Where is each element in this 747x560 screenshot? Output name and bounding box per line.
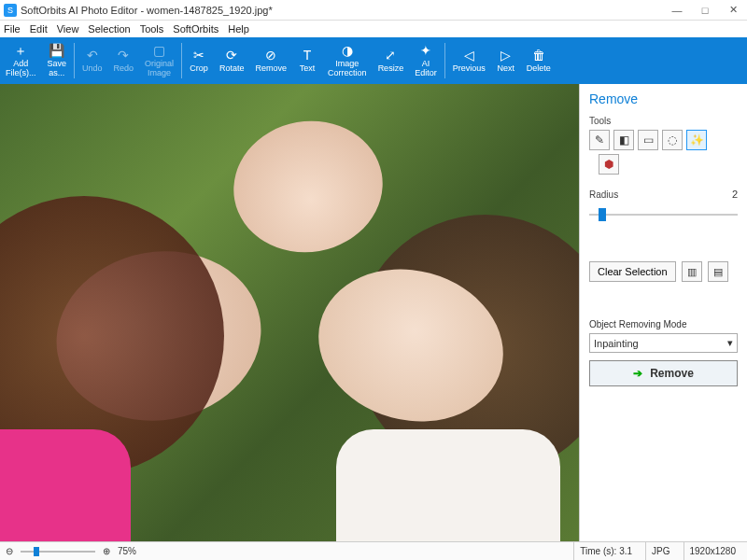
pencil-tool[interactable]: ✎ [589, 130, 610, 150]
remove-panel: Remove Tools ✎ ◧ ▭ ◌ ✨ ⬢ Radius 2 Clear … [579, 84, 747, 541]
text-button[interactable]: TText [292, 37, 322, 84]
crop-button[interactable]: ✂Crop [184, 37, 214, 84]
radius-value: 2 [732, 189, 738, 200]
photo-content [223, 109, 393, 264]
save-as-button[interactable]: 💾Save as... [42, 37, 73, 84]
menu-help[interactable]: Help [228, 23, 249, 35]
ai-editor-button[interactable]: ✦AI Editor [409, 37, 443, 84]
magic-wand-tool[interactable]: ✨ [686, 130, 707, 150]
next-icon: ▷ [500, 49, 511, 62]
eraser-tool[interactable]: ◧ [613, 130, 634, 150]
format-cell: JPG [645, 542, 675, 560]
lasso-icon: ◌ [668, 133, 677, 147]
maximize-button[interactable]: □ [691, 0, 719, 21]
app-icon: S [4, 4, 17, 17]
save-selection-button[interactable]: ▥ [682, 261, 702, 282]
menu-bar: File Edit View Selection Tools SoftOrbit… [0, 21, 747, 37]
remove-button-toolbar[interactable]: ⊘Remove [250, 37, 293, 84]
photo-content [0, 429, 131, 541]
clear-selection-button[interactable]: Clear Selection [589, 261, 676, 282]
image-correction-button[interactable]: ◑Image Correction [322, 37, 373, 84]
zoom-slider[interactable] [21, 545, 95, 558]
title-bar: S SoftOrbits AI Photo Editor - women-148… [0, 0, 747, 21]
status-bar: ⊖ ⊕ 75% Time (s): 3.1 JPG 1920x1280 [0, 541, 747, 560]
main-area: Remove Tools ✎ ◧ ▭ ◌ ✨ ⬢ Radius 2 Clear … [0, 84, 747, 541]
eraser-icon: ◧ [619, 133, 629, 147]
minimize-button[interactable]: — [663, 0, 691, 21]
undo-button[interactable]: ↶Undo [77, 37, 108, 84]
tools-row: ✎ ◧ ▭ ◌ ✨ ⬢ [589, 130, 738, 175]
stamp-tool[interactable]: ⬢ [599, 154, 619, 175]
menu-view[interactable]: View [57, 23, 79, 35]
zoom-in-button[interactable]: ⊕ [103, 546, 110, 556]
time-cell: Time (s): 3.1 [573, 542, 638, 560]
crop-icon: ✂ [193, 49, 204, 62]
radius-slider[interactable] [589, 205, 738, 224]
redo-button[interactable]: ↷Redo [108, 37, 140, 84]
zoom-value: 75% [118, 546, 136, 556]
photo-content [336, 429, 560, 541]
wand-icon: ✨ [690, 133, 704, 147]
zoom-out-button[interactable]: ⊖ [6, 546, 13, 556]
mode-value: Inpainting [594, 338, 639, 349]
stamp-icon: ⬢ [604, 158, 613, 171]
lasso-tool[interactable]: ◌ [662, 130, 683, 150]
delete-button[interactable]: 🗑Delete [521, 37, 557, 84]
menu-file[interactable]: File [4, 23, 21, 35]
load-sel-icon: ▤ [713, 266, 723, 278]
arrow-right-icon: ➔ [633, 367, 642, 380]
dimensions-cell: 1920x1280 [684, 542, 742, 560]
undo-icon: ↶ [87, 49, 98, 62]
chevron-down-icon: ▾ [727, 337, 733, 349]
prev-icon: ◁ [464, 49, 474, 62]
image-canvas[interactable] [0, 84, 579, 541]
original-image-button[interactable]: ▢Original Image [139, 37, 179, 84]
eraser-icon: ⊘ [265, 49, 276, 62]
save-sel-icon: ▥ [687, 266, 697, 278]
resize-button[interactable]: ⤢Resize [373, 37, 410, 84]
save-icon: 💾 [49, 44, 64, 57]
rotate-icon: ⟳ [226, 49, 237, 62]
rect-icon: ▭ [643, 133, 654, 147]
rectangle-tool[interactable]: ▭ [638, 130, 658, 150]
tools-label: Tools [589, 116, 738, 126]
close-button[interactable]: ✕ [719, 0, 747, 21]
load-selection-button[interactable]: ▤ [708, 261, 728, 282]
add-files-button[interactable]: ＋Add File(s)... [0, 37, 42, 84]
menu-softorbits[interactable]: SoftOrbits [173, 23, 218, 35]
remove-action-button[interactable]: ➔ Remove [589, 360, 738, 386]
radius-label: Radius [589, 189, 618, 200]
window-title: SoftOrbits AI Photo Editor - women-14878… [21, 5, 273, 16]
ai-icon: ✦ [420, 44, 431, 57]
rotate-button[interactable]: ⟳Rotate [214, 37, 250, 84]
trash-icon: 🗑 [532, 49, 545, 62]
mode-label: Object Removing Mode [589, 319, 738, 329]
panel-title: Remove [589, 91, 738, 106]
menu-tools[interactable]: Tools [140, 23, 164, 35]
menu-edit[interactable]: Edit [30, 23, 48, 35]
image-icon: ▢ [153, 44, 165, 57]
remove-action-label: Remove [650, 367, 694, 380]
toolbar: ＋Add File(s)... 💾Save as... ↶Undo ↷Redo … [0, 37, 747, 84]
redo-icon: ↷ [118, 49, 129, 62]
menu-selection[interactable]: Selection [88, 23, 130, 35]
resize-icon: ⤢ [385, 49, 396, 62]
previous-button[interactable]: ◁Previous [447, 37, 491, 84]
plus-icon: ＋ [14, 44, 27, 57]
next-button[interactable]: ▷Next [491, 37, 521, 84]
adjust-icon: ◑ [342, 44, 353, 57]
text-icon: T [303, 49, 312, 62]
pencil-icon: ✎ [595, 133, 604, 147]
mode-dropdown[interactable]: Inpainting ▾ [589, 333, 738, 353]
